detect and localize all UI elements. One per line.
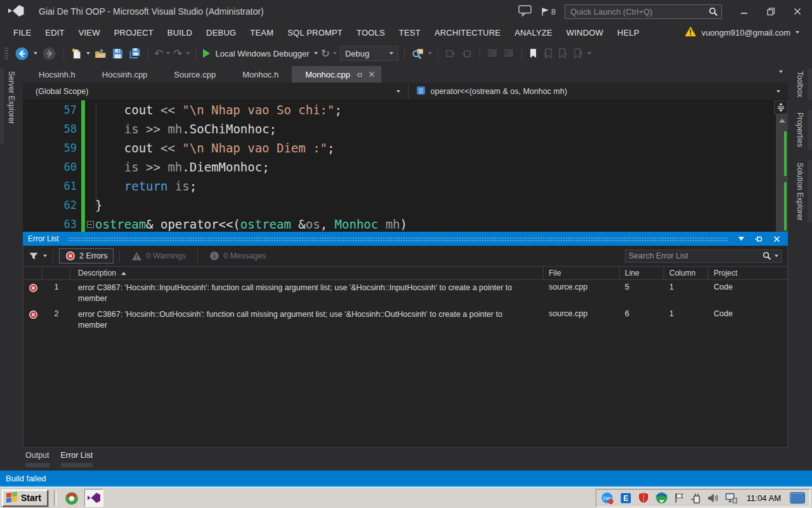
uncomment-button[interactable] bbox=[461, 48, 474, 59]
warnings-filter-button[interactable]: 0 Warnings bbox=[126, 250, 192, 263]
open-file-button[interactable] bbox=[93, 48, 108, 60]
refresh-button[interactable]: ↻ bbox=[321, 48, 330, 59]
menu-item-view[interactable]: VIEW bbox=[72, 28, 107, 37]
undo-dropdown[interactable] bbox=[166, 52, 170, 55]
panel-pin-icon[interactable] bbox=[752, 234, 766, 243]
editor-vertical-scrollbar[interactable] bbox=[776, 114, 788, 232]
account-email[interactable]: vuongm910@gmail.com bbox=[702, 28, 790, 37]
menu-item-test[interactable]: TEST bbox=[392, 28, 428, 37]
quick-launch-input[interactable] bbox=[565, 4, 722, 19]
scrollbar-up-arrow-icon[interactable] bbox=[779, 119, 785, 123]
header-column-column[interactable]: Column bbox=[664, 267, 709, 279]
tab-source.cpp[interactable]: Source.cpp bbox=[160, 66, 229, 83]
errors-filter-button[interactable]: 2 Errors bbox=[59, 248, 114, 264]
sidebar-tab-properties[interactable]: Properties bbox=[794, 110, 806, 150]
network-tray-icon[interactable] bbox=[725, 493, 738, 504]
menu-item-window[interactable]: WINDOW bbox=[560, 28, 610, 37]
next-bookmark-button[interactable] bbox=[557, 48, 569, 59]
taskbar-clock[interactable]: 11:04 AM bbox=[747, 493, 781, 503]
menu-item-build[interactable]: BUILD bbox=[160, 28, 199, 37]
find-dropdown[interactable] bbox=[428, 52, 432, 55]
navigate-backward-dropdown[interactable] bbox=[34, 52, 37, 55]
panel-position-dropdown-icon[interactable] bbox=[736, 237, 747, 241]
save-button[interactable] bbox=[111, 48, 124, 60]
alert-warning-icon[interactable] bbox=[684, 26, 697, 39]
tab-error-list[interactable]: Error List bbox=[60, 451, 95, 471]
editor-splitter-handle[interactable] bbox=[774, 100, 788, 114]
tab-monhoc.cpp[interactable]: Monhoc.cpp bbox=[292, 66, 381, 83]
visual-studio-taskbar-button[interactable] bbox=[84, 489, 103, 507]
previous-bookmark-button[interactable] bbox=[542, 48, 554, 59]
messages-filter-button[interactable]: 0 Messages bbox=[204, 249, 272, 263]
code-line[interactable]: 57 cout << "\n Nhap vao So chi:"; bbox=[23, 100, 788, 119]
menu-item-sql-prompt[interactable]: SQL PROMPT bbox=[280, 28, 350, 37]
panel-close-icon[interactable] bbox=[771, 236, 783, 243]
account-dropdown-icon[interactable] bbox=[796, 31, 799, 34]
start-button[interactable]: Start bbox=[2, 490, 48, 507]
code-line[interactable]: 59 cout << "\n Nhap vao Diem :"; bbox=[23, 138, 788, 157]
undo-button[interactable]: ↶ bbox=[154, 48, 163, 59]
refresh-dropdown[interactable] bbox=[333, 52, 337, 55]
code-line[interactable]: 60 is >> mh.DiemMonhoc; bbox=[23, 157, 788, 177]
power-plug-icon[interactable] bbox=[690, 492, 702, 504]
close-button[interactable] bbox=[789, 4, 806, 18]
comment-button[interactable] bbox=[444, 48, 457, 59]
debug-target-dropdown[interactable] bbox=[314, 52, 318, 55]
show-desktop-button[interactable] bbox=[790, 492, 805, 504]
error-row[interactable]: 2error C3867: 'Hocsinh::OutHocsinh': fun… bbox=[23, 307, 787, 333]
search-dropdown-icon[interactable] bbox=[775, 255, 778, 257]
save-all-button[interactable] bbox=[128, 47, 142, 60]
navigate-forward-button[interactable] bbox=[41, 46, 58, 62]
restore-button[interactable] bbox=[763, 4, 779, 18]
menu-item-help[interactable]: HELP bbox=[610, 28, 646, 37]
menu-item-project[interactable]: PROJECT bbox=[107, 28, 160, 37]
sidebar-tab-server-explorer[interactable]: Server Explorer bbox=[6, 69, 17, 126]
notifications-flag[interactable]: 8 bbox=[540, 7, 556, 17]
header-line-column[interactable]: Line bbox=[620, 267, 664, 279]
e-app-tray-icon[interactable]: E bbox=[620, 492, 632, 504]
redo-dropdown[interactable] bbox=[186, 52, 190, 55]
volume-speaker-icon[interactable] bbox=[707, 493, 719, 504]
sidebar-tab-solution-explorer[interactable]: Solution Explorer bbox=[794, 160, 806, 223]
idm-globe-tray-icon[interactable] bbox=[655, 491, 668, 504]
feedback-icon[interactable] bbox=[518, 4, 532, 18]
code-editor[interactable]: 57 cout << "\n Nhap vao So chi:";58 is >… bbox=[23, 100, 788, 232]
menu-item-edit[interactable]: EDIT bbox=[38, 28, 71, 37]
code-line[interactable]: 58 is >> mh.SoChiMonhoc; bbox=[23, 119, 788, 138]
fold-collapse-icon[interactable]: − bbox=[87, 221, 94, 228]
menu-item-debug[interactable]: DEBUG bbox=[199, 28, 243, 37]
filter-dropdown-icon[interactable] bbox=[43, 255, 47, 257]
header-project-column[interactable]: Project bbox=[709, 267, 787, 279]
decrease-indent-button[interactable] bbox=[486, 48, 499, 58]
minimize-button[interactable] bbox=[736, 4, 752, 18]
quick-launch[interactable] bbox=[565, 4, 722, 19]
toggle-bookmark-button[interactable] bbox=[528, 48, 539, 59]
coccoc-browser-icon[interactable] bbox=[62, 489, 81, 507]
member-dropdown[interactable]: operator<<(ostream & os, Monhoc mh) bbox=[409, 83, 789, 100]
tab-output[interactable]: Output bbox=[24, 451, 51, 471]
header-severity-column[interactable] bbox=[23, 267, 43, 279]
code-line[interactable]: 61 return is; bbox=[23, 177, 788, 196]
redo-button[interactable]: ↷ bbox=[173, 48, 182, 59]
action-center-flag-icon[interactable] bbox=[674, 492, 684, 504]
code-line[interactable]: 63−ostream& operator<<(ostream &os, Monh… bbox=[23, 215, 788, 232]
error-list-search[interactable] bbox=[625, 250, 782, 263]
bookmark-dropdown[interactable] bbox=[587, 52, 591, 55]
find-in-files-button[interactable] bbox=[410, 48, 425, 60]
menu-item-architecture[interactable]: ARCHITECTURE bbox=[428, 28, 508, 37]
header-file-column[interactable]: File bbox=[544, 267, 620, 279]
filter-icon[interactable] bbox=[29, 251, 39, 260]
scope-dropdown[interactable]: (Global Scope) bbox=[23, 83, 409, 100]
header-order-column[interactable] bbox=[43, 267, 70, 279]
header-description-column[interactable]: Description bbox=[70, 267, 544, 279]
increase-indent-button[interactable] bbox=[502, 48, 516, 58]
menu-item-tools[interactable]: TOOLS bbox=[350, 28, 392, 37]
error-row[interactable]: 1error C3867: 'Hocsinh::InputHocsinh': f… bbox=[23, 280, 787, 307]
close-tab-icon[interactable] bbox=[369, 71, 375, 77]
zalo-tray-icon[interactable]: Zalo bbox=[601, 491, 614, 505]
new-file-dropdown[interactable] bbox=[86, 52, 90, 55]
menu-item-analyze[interactable]: ANALYZE bbox=[508, 28, 560, 37]
error-list-title-bar[interactable]: Error List bbox=[23, 232, 788, 246]
new-file-button[interactable] bbox=[70, 47, 83, 60]
security-shield-tray-icon[interactable] bbox=[638, 491, 650, 504]
